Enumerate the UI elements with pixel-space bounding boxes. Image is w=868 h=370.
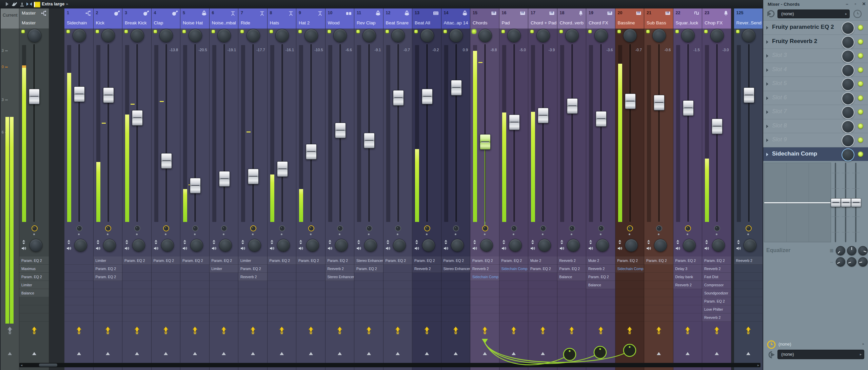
plugin-slot[interactable] bbox=[470, 289, 499, 297]
separation-down-icon[interactable] bbox=[737, 243, 740, 244]
plugin-slot[interactable]: Param. EQ 2 bbox=[586, 273, 615, 281]
volume-fader-handle[interactable] bbox=[509, 115, 520, 130]
stereo-sep-knob[interactable] bbox=[480, 239, 493, 252]
plugin-slot[interactable]: Param. EQ 2 bbox=[702, 297, 731, 305]
plugin-slot[interactable] bbox=[180, 313, 209, 322]
plugin-slot[interactable]: Maximus bbox=[19, 265, 49, 273]
stereo-sep-knob[interactable] bbox=[306, 239, 319, 252]
send-lamp-icon[interactable] bbox=[714, 326, 720, 334]
plugin-slot[interactable] bbox=[354, 289, 383, 297]
plugin-slot[interactable]: Param. EQ 2 bbox=[19, 273, 49, 281]
plugin-slot[interactable] bbox=[470, 305, 499, 313]
slot-enable-led[interactable] bbox=[858, 123, 863, 129]
plugin-slot[interactable] bbox=[734, 313, 763, 322]
plugin-slot[interactable] bbox=[383, 297, 412, 305]
plugin-slot[interactable] bbox=[528, 313, 557, 322]
slot-enable-led[interactable] bbox=[858, 67, 863, 73]
mute-led[interactable] bbox=[66, 30, 70, 33]
plugin-slot[interactable] bbox=[238, 297, 267, 305]
separation-up-icon[interactable] bbox=[560, 240, 563, 242]
send-lamp-icon[interactable] bbox=[685, 326, 691, 334]
record-arm-icon[interactable] bbox=[540, 225, 546, 231]
plugin-slot[interactable] bbox=[180, 273, 209, 281]
record-arm-icon[interactable] bbox=[569, 225, 575, 231]
plugin-slot[interactable]: Param. EQ 2 bbox=[94, 273, 122, 281]
plugin-slot[interactable] bbox=[94, 297, 122, 305]
plugin-slot[interactable]: Love Philter bbox=[702, 305, 731, 313]
plugin-slot[interactable] bbox=[557, 313, 586, 322]
plugin-slot[interactable] bbox=[268, 313, 296, 322]
stereo-sep-knob[interactable] bbox=[29, 239, 42, 252]
plugin-slot[interactable]: Param. EQ 2 bbox=[19, 256, 49, 265]
plugin-slot[interactable] bbox=[268, 281, 296, 289]
scroll-right-icon[interactable]: ▸ bbox=[757, 363, 759, 367]
channel-strip[interactable]: 22Squar..luck-1.5Param. EQ 2Delay 3Delay… bbox=[673, 8, 703, 370]
plugin-slot[interactable] bbox=[296, 281, 325, 289]
plugin-slot[interactable] bbox=[615, 313, 644, 322]
plugin-slot[interactable] bbox=[499, 305, 528, 313]
pan-knob[interactable] bbox=[73, 29, 86, 42]
separation-down-icon[interactable] bbox=[125, 243, 128, 244]
slot-expand-icon[interactable] bbox=[766, 139, 768, 142]
plugin-slot[interactable]: Mute 2 bbox=[586, 256, 615, 265]
stereo-sep-knob[interactable] bbox=[74, 239, 87, 252]
send-lamp-icon[interactable] bbox=[337, 326, 343, 334]
fader-track[interactable] bbox=[165, 44, 167, 222]
send-lamp-icon[interactable] bbox=[163, 326, 169, 334]
separation-up-icon[interactable] bbox=[445, 240, 447, 242]
plugin-slot[interactable] bbox=[122, 305, 151, 313]
route-up-arrow-icon[interactable] bbox=[715, 352, 719, 355]
record-arm-icon[interactable] bbox=[627, 225, 633, 231]
plugin-slot[interactable] bbox=[470, 313, 499, 322]
plugin-slot[interactable] bbox=[238, 289, 267, 297]
plugin-slot[interactable] bbox=[470, 297, 499, 305]
channel-header[interactable]: 20Bassline bbox=[615, 8, 644, 29]
volume-fader-handle[interactable] bbox=[190, 178, 201, 193]
plugin-slot[interactable] bbox=[644, 265, 673, 273]
channel-strip[interactable]: 21Sub Bass-0.6Param. EQ 2 bbox=[644, 8, 673, 370]
channel-strip[interactable]: 8Hats-16.1Param. EQ 2 bbox=[268, 8, 297, 370]
volume-fader-handle[interactable] bbox=[335, 123, 346, 138]
route-up-arrow-icon[interactable] bbox=[367, 352, 371, 355]
separation-up-icon[interactable] bbox=[67, 240, 70, 242]
record-arm-icon[interactable] bbox=[250, 225, 256, 231]
volume-fader-handle[interactable] bbox=[248, 169, 259, 184]
separation-down-icon[interactable] bbox=[183, 243, 186, 244]
send-lamp-icon[interactable] bbox=[453, 326, 459, 334]
plugin-slot[interactable] bbox=[326, 289, 354, 297]
channel-strip[interactable]: 11Rev Clap-9.1Stereo EnhancerParam. EQ 2 bbox=[354, 8, 383, 370]
channel-header[interactable]: 23Chop FX bbox=[702, 8, 731, 29]
eq-mini-knob[interactable] bbox=[847, 246, 856, 255]
plugin-slot[interactable] bbox=[441, 305, 470, 313]
plugin-slot[interactable]: Param. EQ 2 bbox=[152, 256, 180, 265]
plugin-slot[interactable] bbox=[557, 289, 586, 297]
channel-strip[interactable]: 2KickLimiterParam. EQ 2Param. EQ 2 bbox=[94, 8, 123, 370]
plugin-slot[interactable]: Reeverb 2 bbox=[238, 273, 267, 281]
stereo-sep-knob[interactable] bbox=[683, 239, 696, 252]
plugin-slot[interactable] bbox=[152, 273, 180, 281]
plugin-slot[interactable] bbox=[734, 281, 763, 289]
channel-header[interactable]: 5Noise Hat bbox=[180, 8, 209, 29]
plugin-slot[interactable] bbox=[673, 313, 702, 322]
plugin-slot[interactable] bbox=[210, 281, 238, 289]
route-up-arrow-icon[interactable] bbox=[309, 352, 313, 355]
time-clock-icon[interactable] bbox=[853, 9, 862, 19]
stereo-sep-knob[interactable] bbox=[161, 239, 174, 252]
channel-strip[interactable]: 9Hat 2-10.5Param. EQ 2 bbox=[296, 8, 326, 370]
plugin-slot[interactable] bbox=[64, 305, 93, 313]
slot-expand-icon[interactable] bbox=[766, 110, 768, 114]
separation-up-icon[interactable] bbox=[589, 240, 592, 242]
plugin-slot[interactable] bbox=[644, 281, 673, 289]
plugin-slot[interactable] bbox=[268, 297, 296, 305]
route-up-arrow-icon[interactable] bbox=[8, 352, 12, 355]
stereo-sep-knob[interactable] bbox=[567, 239, 580, 252]
channel-strip[interactable]: 5Noise Hat-20.5Param. EQ 2 bbox=[180, 8, 210, 370]
separation-up-icon[interactable] bbox=[473, 240, 476, 242]
stereo-sep-knob[interactable] bbox=[364, 239, 377, 252]
channel-header[interactable]: 8Hats bbox=[268, 8, 296, 29]
separation-up-icon[interactable] bbox=[213, 240, 215, 242]
horizontal-scrollbar[interactable]: ◂▸ bbox=[19, 363, 761, 367]
plugin-slot[interactable]: Sidechain Comp bbox=[470, 273, 499, 281]
plugin-slot[interactable]: Param. EQ 2 bbox=[702, 256, 731, 265]
stereo-sep-knob[interactable] bbox=[132, 239, 145, 252]
